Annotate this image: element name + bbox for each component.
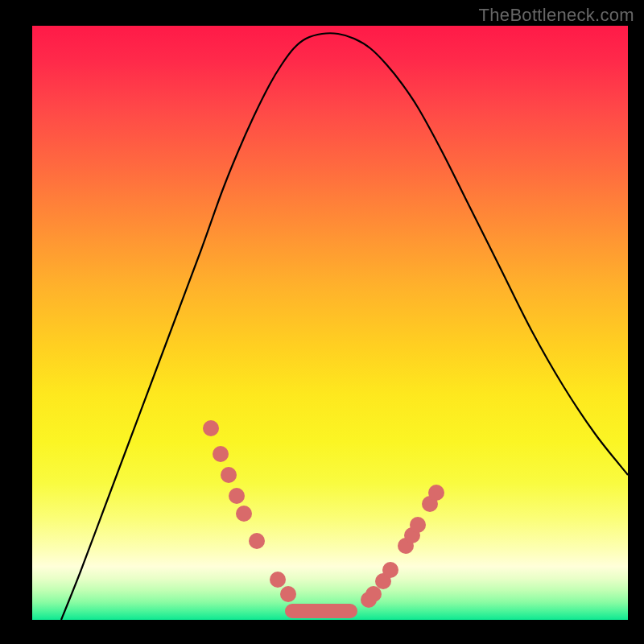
chart-svg: [32, 26, 628, 620]
data-markers: [203, 420, 444, 608]
watermark-text: TheBottleneck.com: [479, 5, 634, 26]
data-marker: [229, 488, 245, 504]
data-marker: [428, 485, 444, 501]
data-marker: [213, 446, 229, 462]
bottleneck-curve: [61, 33, 628, 620]
data-marker: [221, 467, 237, 483]
data-marker: [203, 420, 219, 436]
data-marker: [365, 586, 382, 602]
data-marker: [410, 517, 426, 533]
data-marker: [236, 506, 252, 522]
plot-area: [32, 26, 628, 620]
data-marker: [249, 533, 265, 549]
data-marker: [382, 562, 398, 578]
data-marker: [280, 586, 296, 602]
data-marker: [270, 572, 286, 588]
